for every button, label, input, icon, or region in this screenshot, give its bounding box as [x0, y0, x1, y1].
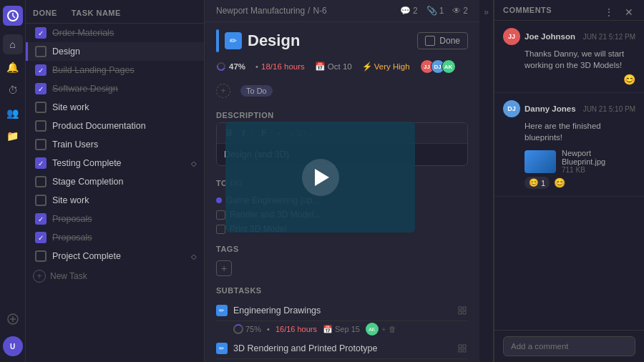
task-item[interactable]: Design: [26, 42, 204, 61]
svg-rect-7: [463, 307, 466, 310]
status-badge[interactable]: To Do: [240, 85, 273, 97]
task-name: Site work: [52, 102, 197, 112]
date-meta[interactable]: 📅 Oct 10: [315, 62, 352, 72]
users-icon[interactable]: 👥: [3, 103, 23, 123]
breadcrumb-project[interactable]: Newport Manufacturing: [216, 6, 305, 16]
folder-icon[interactable]: 📁: [3, 126, 23, 146]
todo-checkbox[interactable]: [216, 210, 225, 220]
todo-checkbox[interactable]: [216, 225, 225, 234]
subtask-delete-btn[interactable]: 🗑: [389, 325, 396, 333]
add-icon[interactable]: [3, 309, 23, 329]
commenter-name: Danny Jones: [525, 104, 579, 113]
subtasks-label: SUBTASKS: [205, 280, 479, 298]
comment-attachment: Newport Blueprint.jpg 711 KB: [525, 149, 635, 174]
watchers-count: 2: [463, 6, 468, 16]
task-name: Build Landing Pages: [52, 65, 197, 75]
task-checkbox[interactable]: [35, 232, 47, 243]
comment-emoji-btn[interactable]: 😊: [503, 74, 635, 85]
task-item[interactable]: Testing Complete ◇: [26, 154, 204, 172]
subtask-calendar-icon: 📅: [323, 325, 333, 334]
task-checkbox[interactable]: [35, 250, 47, 262]
task-item[interactable]: Product Documentation: [26, 117, 204, 135]
add-reaction-btn[interactable]: 😊: [554, 177, 565, 188]
play-button[interactable]: [302, 159, 339, 196]
home-icon[interactable]: ⌂: [3, 34, 23, 54]
task-item[interactable]: Proposals: [26, 210, 204, 228]
task-item[interactable]: Build Landing Pages: [26, 61, 204, 79]
attachment-filename[interactable]: Newport Blueprint.jpg: [562, 149, 635, 166]
comment-time: JUN 21 5:12 PM: [583, 33, 635, 41]
task-item[interactable]: Order Materials: [26, 24, 204, 42]
priority-meta[interactable]: Very High: [362, 62, 410, 72]
task-checkbox[interactable]: [35, 157, 47, 169]
task-checkbox[interactable]: [35, 195, 47, 206]
add-assignee-btn[interactable]: +: [216, 84, 230, 98]
task-checkbox[interactable]: [35, 64, 47, 76]
progress-meta: 47%: [216, 62, 245, 72]
comments-expand-btn[interactable]: »: [479, 0, 494, 362]
subtask-date-value: Sep 15: [335, 325, 360, 333]
hours-value: 18/16 hours: [261, 62, 305, 71]
subtask-type-icon: ✏: [216, 305, 228, 316]
task-item[interactable]: Project Complete ◇: [26, 247, 204, 265]
task-checkbox[interactable]: [35, 139, 47, 150]
comment-header: DJ Danny Jones JUN 21 5:10 PM: [503, 100, 635, 117]
task-item[interactable]: Train Users: [26, 135, 204, 154]
window-topbar: ⋮ ✕: [594, 0, 644, 24]
task-name: Train Users: [52, 140, 197, 150]
task-item[interactable]: Software Design: [26, 79, 204, 98]
watchers-action[interactable]: 👁 2: [452, 6, 468, 16]
task-list-items: Order Materials Design Build Landing Pag…: [26, 24, 204, 362]
comments-action[interactable]: 💬 2: [400, 6, 418, 16]
subtask-add-assignee-btn[interactable]: +: [381, 325, 386, 333]
task-checkbox[interactable]: [35, 83, 47, 94]
add-task-btn[interactable]: + New Task: [26, 265, 204, 287]
subtask-item[interactable]: ✏ Engineering Drawings: [216, 300, 468, 321]
commenter-name: Joe Johnson: [525, 32, 579, 41]
subtask-progress: 75%: [233, 324, 261, 334]
reaction-badge[interactable]: 😊 1: [525, 177, 550, 189]
breadcrumb-id[interactable]: N-6: [313, 6, 326, 16]
add-task-circle-icon: +: [33, 270, 46, 283]
subtask-hours: 16/16 hours: [275, 325, 317, 333]
subtask-expand-btn[interactable]: [457, 305, 468, 316]
attachments-action[interactable]: 📎 1: [426, 6, 444, 16]
add-comment-input[interactable]: [503, 336, 635, 356]
task-checkbox[interactable]: [35, 27, 47, 39]
task-name: Testing Complete: [52, 158, 185, 168]
task-color-bar: [216, 29, 219, 52]
bullet-separator: •: [255, 62, 258, 71]
assignee-avatar[interactable]: AK: [441, 59, 456, 74]
task-name: Software Design: [52, 84, 197, 94]
close-btn[interactable]: ✕: [621, 4, 637, 20]
task-detail-header: Newport Manufacturing / N-6 💬 2 📎 1 👁 2: [205, 0, 479, 22]
task-item[interactable]: Site work: [26, 98, 204, 117]
clock-icon[interactable]: ⏱: [3, 80, 23, 100]
breadcrumb: Newport Manufacturing / N-6: [216, 6, 327, 16]
task-item[interactable]: Stage Completion: [26, 172, 204, 191]
video-overlay: [225, 122, 415, 233]
task-item[interactable]: Proposals: [26, 228, 204, 247]
progress-ring-icon: [216, 62, 226, 72]
task-checkbox[interactable]: [35, 102, 47, 113]
comment-icon: 💬: [400, 6, 411, 16]
more-options-btn[interactable]: ⋮: [601, 4, 617, 20]
bell-icon[interactable]: 🔔: [3, 57, 23, 77]
task-checkbox[interactable]: [35, 120, 47, 132]
task-title[interactable]: Design: [248, 31, 411, 50]
task-checkbox[interactable]: [35, 176, 47, 187]
subtask-item[interactable]: ✏ 3D Rendering and Printed Prototype: [216, 338, 468, 359]
task-checkbox[interactable]: [35, 213, 47, 225]
subtask-expand-btn[interactable]: [457, 343, 468, 354]
task-item[interactable]: Site work: [26, 191, 204, 210]
svg-rect-6: [459, 307, 462, 310]
commenter-avatar: JJ: [503, 28, 520, 45]
task-checkbox[interactable]: [35, 46, 47, 57]
app-logo[interactable]: [3, 6, 23, 26]
user-avatar-icon[interactable]: U: [3, 336, 23, 356]
add-tag-btn[interactable]: +: [216, 260, 232, 276]
task-diamond-icon: ◇: [191, 160, 197, 167]
done-checkbox[interactable]: Done: [417, 32, 468, 49]
svg-rect-8: [459, 311, 462, 314]
tags-label: TAGS: [205, 239, 479, 256]
